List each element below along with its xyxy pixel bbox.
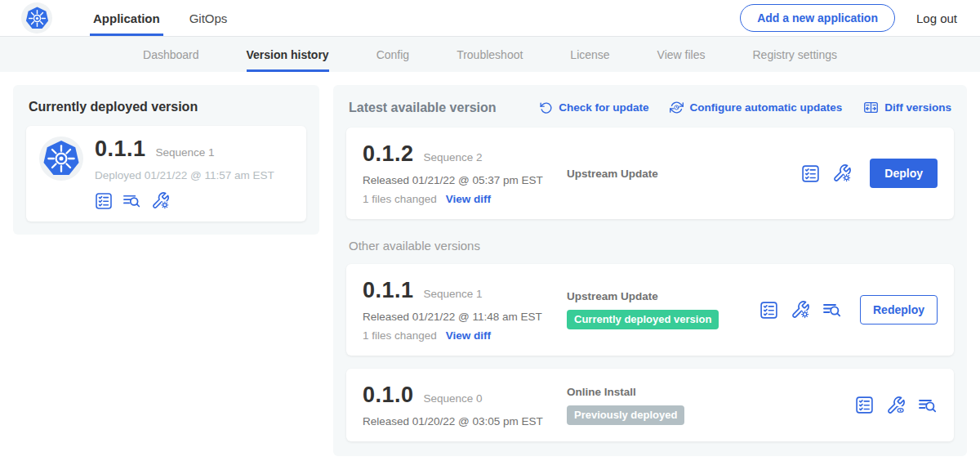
edit-config-icon[interactable] [791, 300, 810, 320]
top-bar-right: Add a new application Log out [740, 4, 957, 32]
tab-registry-settings-label: Registry settings [753, 48, 837, 61]
configure-automatic-updates-label: Configure automatic updates [689, 101, 842, 114]
tab-application-label: Application [93, 11, 160, 25]
main-content: Currently deployed version 0.1.1 Sequenc… [0, 72, 980, 461]
version-source-cell: Upstream Update Currently deployed versi… [567, 290, 760, 329]
tab-troubleshoot[interactable]: Troubleshoot [457, 37, 523, 72]
currently-deployed-card: Currently deployed version 0.1.1 Sequenc… [13, 85, 319, 235]
deployed-version-number: 0.1.1 [95, 137, 146, 162]
version-details: 0.1.0 Sequence 0 Released 01/20/22 @ 03:… [363, 383, 567, 427]
diff-icon [863, 100, 879, 115]
tab-gitops[interactable]: GitOps [186, 0, 231, 36]
tab-license[interactable]: License [570, 37, 609, 72]
version-details: 0.1.1 Sequence 1 Released 01/21/22 @ 11:… [363, 278, 567, 342]
version-actions [855, 396, 938, 415]
version-details: 0.1.2 Sequence 2 Released 01/21/22 @ 05:… [363, 141, 567, 205]
version-row-0-1-2: 0.1.2 Sequence 2 Released 01/21/22 @ 05:… [346, 128, 954, 219]
auto-update-icon [670, 101, 684, 114]
currently-deployed-badge: Currently deployed version [567, 310, 719, 329]
release-notes-icon[interactable] [760, 301, 778, 320]
deploy-button[interactable]: Deploy [870, 159, 938, 188]
view-diff-link[interactable]: View diff [446, 329, 491, 342]
deployed-actions [95, 191, 274, 210]
edit-config-icon[interactable] [151, 191, 170, 210]
version-source: Online Install [567, 386, 855, 398]
files-changed-label: 1 files changed [363, 329, 437, 342]
release-notes-icon[interactable] [801, 164, 820, 183]
version-source-cell: Upstream Update [567, 168, 801, 180]
other-versions-title: Other available versions [349, 239, 951, 253]
tab-config[interactable]: Config [376, 37, 409, 72]
app-avatar [39, 137, 83, 181]
version-source: Upstream Update [567, 290, 760, 302]
tab-license-label: License [570, 48, 609, 61]
kubernetes-logo-icon [25, 7, 49, 30]
tab-troubleshoot-label: Troubleshoot [457, 48, 523, 61]
version-source-cell: Online Install Previously deployed [567, 386, 855, 425]
diff-versions-label: Diff versions [884, 101, 951, 114]
version-history-panel: Latest available version Check for updat… [333, 85, 967, 456]
tab-gitops-label: GitOps [189, 11, 228, 25]
edit-config-icon[interactable] [832, 163, 852, 183]
tab-view-files-label: View files [657, 48, 706, 61]
diff-versions-action[interactable]: Diff versions [863, 100, 951, 115]
view-logs-icon[interactable] [122, 191, 141, 210]
released-timestamp: Released 01/21/22 @ 05:37 pm EST [363, 174, 567, 186]
refresh-icon [540, 101, 553, 114]
version-number: 0.1.2 [363, 141, 414, 167]
tab-view-files[interactable]: View files [657, 37, 706, 72]
check-for-update-label: Check for update [559, 101, 648, 114]
previously-deployed-badge: Previously deployed [567, 405, 684, 425]
panel-actions: Check for update Configure automatic upd… [540, 100, 951, 115]
view-diff-link[interactable]: View diff [446, 193, 491, 205]
app-logo [21, 2, 52, 34]
tab-version-history-label: Version history [247, 48, 329, 61]
tab-dashboard-label: Dashboard [143, 48, 199, 61]
tab-registry-settings[interactable]: Registry settings [753, 37, 837, 72]
version-source: Upstream Update [567, 168, 801, 180]
top-bar: Application GitOps Add a new application… [0, 0, 980, 37]
version-row-0-1-0: 0.1.0 Sequence 0 Released 01/20/22 @ 03:… [346, 369, 954, 441]
top-tabs: Application GitOps [78, 0, 242, 36]
version-number: 0.1.0 [363, 383, 414, 408]
version-row-0-1-1: 0.1.1 Sequence 1 Released 01/21/22 @ 11:… [346, 264, 954, 356]
files-changed-label: 1 files changed [363, 193, 437, 205]
version-actions: Deploy [801, 159, 938, 188]
deployed-version-card: 0.1.1 Sequence 1 Deployed 01/21/22 @ 11:… [26, 126, 306, 222]
sequence-label: Sequence 1 [424, 288, 483, 300]
redeploy-button[interactable]: Redeploy [860, 295, 938, 324]
view-logs-icon[interactable] [822, 300, 842, 320]
panel-header: Latest available version Check for updat… [349, 100, 951, 115]
view-config-icon[interactable] [886, 396, 906, 415]
sequence-label: Sequence 0 [424, 392, 483, 405]
tab-application[interactable]: Application [90, 0, 163, 36]
version-actions: Redeploy [760, 295, 938, 324]
deployed-sequence-label: Sequence 1 [156, 146, 215, 159]
tab-config-label: Config [376, 48, 409, 61]
released-timestamp: Released 01/20/22 @ 03:05 pm EST [363, 415, 567, 427]
deployed-card-title: Currently deployed version [29, 100, 306, 114]
kubernetes-logo-icon [42, 140, 80, 177]
tab-version-history[interactable]: Version history [247, 37, 329, 72]
add-application-button[interactable]: Add a new application [740, 4, 895, 32]
deployed-timestamp: Deployed 01/21/22 @ 11:57 am EST [95, 169, 274, 181]
tab-dashboard[interactable]: Dashboard [143, 37, 199, 72]
release-notes-icon[interactable] [95, 192, 113, 210]
deployed-version-details: 0.1.1 Sequence 1 Deployed 01/21/22 @ 11:… [95, 137, 274, 210]
latest-version-title: Latest available version [349, 101, 497, 115]
released-timestamp: Released 01/21/22 @ 11:48 am EST [363, 311, 567, 323]
version-number: 0.1.1 [363, 278, 414, 303]
logout-link[interactable]: Log out [916, 11, 957, 25]
sequence-label: Sequence 2 [424, 151, 483, 163]
configure-automatic-updates-action[interactable]: Configure automatic updates [670, 101, 842, 114]
app-subnav: Dashboard Version history Config Trouble… [0, 37, 980, 72]
check-for-update-action[interactable]: Check for update [540, 101, 648, 114]
view-logs-icon[interactable] [918, 396, 938, 415]
release-notes-icon[interactable] [855, 396, 874, 414]
